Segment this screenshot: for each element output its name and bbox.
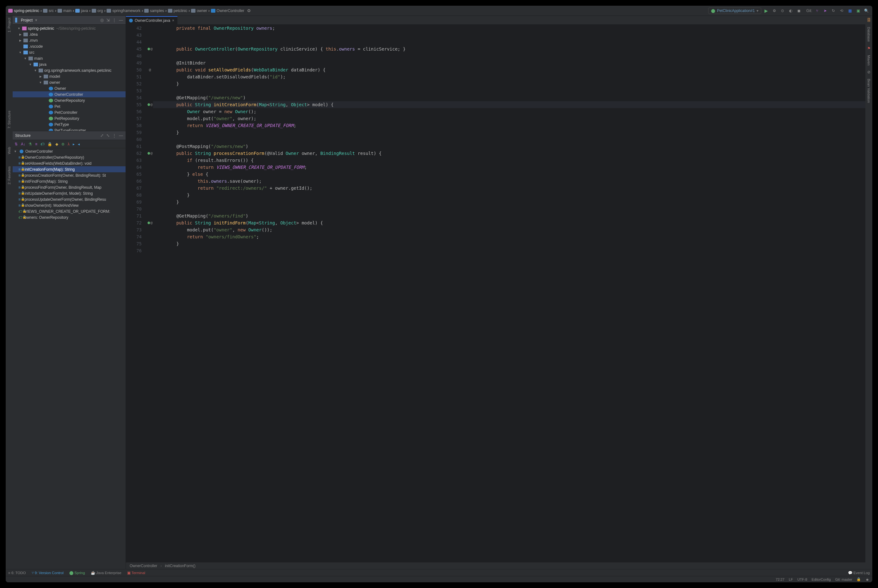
structure-member[interactable]: ≡🔒processUpdateOwnerForm(Owner, BindingR… bbox=[13, 196, 126, 202]
breadcrumb-item[interactable]: spring-petclinic bbox=[8, 9, 39, 13]
filter-icon[interactable]: ⚗ bbox=[29, 142, 32, 146]
project-tool-header: ▋ Project ▾ ◎ ⇲ ⋮ — bbox=[13, 16, 126, 25]
structure-toolbar: ⇅ A↓ ⚗ ≡ 🏷 🔒 ◆ ⊚ λ ▸ ◂ bbox=[13, 140, 126, 148]
tree-item[interactable]: Owner bbox=[13, 86, 126, 92]
left-tool-strip: 1: Project 7: Structure Web 2: Favorites bbox=[6, 16, 13, 284]
tree-item[interactable]: ▶.idea bbox=[13, 31, 126, 37]
tree-item[interactable]: .vscode bbox=[13, 43, 126, 50]
close-icon[interactable]: × bbox=[172, 18, 174, 23]
expand-structure[interactable]: ⤢ bbox=[100, 133, 104, 138]
minimize-icon[interactable]: — bbox=[119, 18, 123, 22]
gutter-icons[interactable]: ⬤@@⬤@⬤@⬤@ bbox=[147, 25, 153, 284]
breadcrumb-item[interactable]: OwnerController bbox=[211, 9, 244, 13]
code-area[interactable]: private final OwnerRepository owners; pu… bbox=[153, 25, 423, 284]
structure-member[interactable]: ≡🔒showOwner(int): ModelAndView bbox=[13, 202, 126, 208]
structure-member[interactable]: 🏷🔒VIEWS_OWNER_CREATE_OR_UPDATE_FORM: bbox=[13, 208, 126, 214]
structure-member[interactable]: ≡🔒initUpdateOwnerForm(int, Model): Strin… bbox=[13, 190, 126, 196]
structure-list[interactable]: ▼OwnerController≡🔒OwnerController(OwnerR… bbox=[13, 148, 126, 284]
list-icon[interactable]: ≡ bbox=[35, 142, 37, 146]
structure-member[interactable]: 🏷🔒owners: OwnerRepository bbox=[13, 214, 126, 220]
tag-icon[interactable]: 🏷 bbox=[41, 142, 44, 146]
structure-min[interactable]: — bbox=[119, 133, 123, 138]
settings-icon[interactable]: ⋮ bbox=[112, 18, 116, 22]
breadcrumb-item[interactable]: java bbox=[75, 9, 88, 13]
tree-item[interactable]: PetController bbox=[13, 110, 126, 116]
breadcrumb-item[interactable]: org bbox=[92, 9, 103, 13]
strip-structure[interactable]: 7: Structure bbox=[7, 111, 11, 129]
bean-icon[interactable]: ⊚ bbox=[62, 142, 65, 146]
tree-item[interactable]: ▼owner bbox=[13, 80, 126, 86]
structure-member[interactable]: ≡🔒initFindForm(Map): String bbox=[13, 178, 126, 184]
lock-icon[interactable]: 🔒 bbox=[47, 142, 52, 146]
structure-settings[interactable]: ⋮ bbox=[112, 133, 116, 138]
gutter: 4243444548495051525354555657585960616263… bbox=[126, 25, 147, 284]
az-icon[interactable]: A↓ bbox=[21, 142, 25, 146]
breadcrumb-item[interactable]: samples bbox=[144, 9, 164, 13]
structure-header: Structure ⤢ ⤡ ⋮ — bbox=[13, 131, 126, 140]
tree-item[interactable]: ▼src bbox=[13, 50, 126, 56]
structure-class[interactable]: ▼OwnerController bbox=[13, 148, 126, 154]
c-icon[interactable]: ◂ bbox=[78, 142, 80, 146]
tree-item[interactable]: ▼main bbox=[13, 56, 126, 62]
structure-member[interactable]: ≡🔒processCreationForm(Owner, BindingResu… bbox=[13, 172, 126, 178]
tree-item[interactable]: ▼java bbox=[13, 62, 126, 68]
tree-item[interactable]: Pet bbox=[13, 104, 126, 110]
tab-label: OwnerController.java bbox=[135, 18, 170, 23]
structure-member[interactable]: ≡🔒initCreationForm(Map): String bbox=[13, 166, 126, 172]
tree-item[interactable]: OwnerRepository bbox=[13, 98, 126, 104]
breadcrumb-item[interactable]: springframework bbox=[107, 9, 140, 13]
structure-member[interactable]: ≡🔒processFindForm(Owner, BindingResult, … bbox=[13, 184, 126, 190]
tree-item[interactable]: ▶.mvn bbox=[13, 37, 126, 43]
structure-title: Structure bbox=[15, 134, 31, 138]
diamond-icon[interactable]: ◆ bbox=[56, 142, 58, 146]
left-panel: ▋ Project ▾ ◎ ⇲ ⋮ — ▼spring-petclinic~/S… bbox=[13, 16, 126, 284]
project-tree[interactable]: ▼spring-petclinic~/Sites/spring-petclini… bbox=[13, 25, 126, 131]
class-icon bbox=[129, 19, 133, 22]
tab-ownercontroller[interactable]: OwnerController.java × bbox=[126, 16, 177, 24]
locate-icon[interactable]: ◎ bbox=[100, 18, 104, 22]
tree-item[interactable]: PetTypeFormatter bbox=[13, 128, 126, 131]
structure-member[interactable]: ≡🔒setAllowedFields(WebDataBinder): void bbox=[13, 160, 126, 166]
editor-area: OwnerController.java × 42434445484950515… bbox=[126, 16, 423, 284]
tree-root[interactable]: ▼spring-petclinic~/Sites/spring-petclini… bbox=[13, 25, 126, 31]
strip-web[interactable]: Web bbox=[7, 147, 11, 154]
editor-tabs: OwnerController.java × bbox=[126, 16, 423, 25]
compass-icon[interactable]: ✪ bbox=[245, 7, 253, 14]
collapse-structure[interactable]: ⤡ bbox=[106, 133, 110, 138]
breadcrumb-item[interactable]: main bbox=[57, 9, 72, 13]
project-title: Project bbox=[21, 18, 33, 22]
navigation-bar: spring-petclinic›src›main›java›org›sprin… bbox=[6, 6, 423, 16]
i-icon[interactable]: ▸ bbox=[73, 142, 75, 146]
structure-tool: Structure ⤢ ⤡ ⋮ — ⇅ A↓ ⚗ ≡ 🏷 🔒 ◆ ⊚ λ bbox=[13, 131, 126, 284]
tree-item[interactable]: ▶model bbox=[13, 74, 126, 80]
tree-item[interactable]: ▼org.springframework.samples.petclinic bbox=[13, 68, 126, 74]
strip-favorites[interactable]: 2: Favorites bbox=[7, 166, 11, 184]
tree-item[interactable]: PetRepository bbox=[13, 116, 126, 122]
breadcrumb-item[interactable]: petclinic bbox=[168, 9, 187, 13]
expand-icon[interactable]: ⇲ bbox=[106, 18, 110, 22]
structure-member[interactable]: ≡🔒OwnerController(OwnerRepository) bbox=[13, 154, 126, 160]
breadcrumb-item[interactable]: src bbox=[43, 9, 54, 13]
breadcrumb-item[interactable]: owner bbox=[191, 9, 207, 13]
lambda-icon[interactable]: λ bbox=[68, 142, 69, 146]
tree-item[interactable]: PetType bbox=[13, 122, 126, 128]
tree-item[interactable]: OwnerController bbox=[13, 92, 126, 98]
sort-icon[interactable]: ⇅ bbox=[15, 142, 18, 146]
strip-project[interactable]: 1: Project bbox=[7, 18, 11, 32]
